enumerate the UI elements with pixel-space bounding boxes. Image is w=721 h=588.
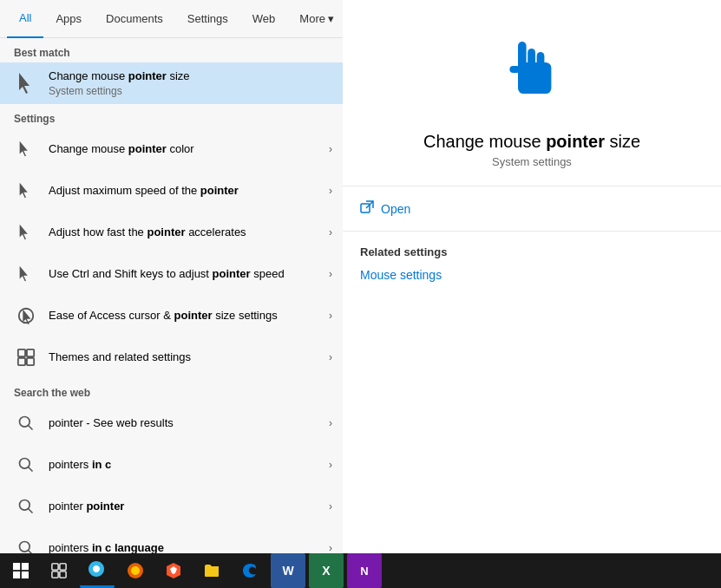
results-list: Best match Change mouse pointer size Sys…: [0, 38, 343, 561]
svg-rect-26: [52, 564, 58, 570]
edge-icon[interactable]: [80, 553, 115, 588]
svg-rect-16: [518, 42, 527, 69]
arrow-web-2: ›: [315, 459, 332, 471]
svg-point-31: [131, 566, 140, 575]
settings-item-1-text: Change mouse pointer color: [42, 142, 315, 157]
search-icon-2: [10, 449, 42, 480]
settings-item-4-title: Use Ctrl and Shift keys to adjust pointe…: [49, 267, 315, 282]
best-match-label: Best match: [0, 38, 343, 62]
cursor-settings-icon-4: [10, 258, 42, 290]
search-icon-3: [10, 491, 42, 522]
task-view-button[interactable]: [42, 553, 76, 588]
web-result-2[interactable]: pointers in c ›: [0, 444, 343, 486]
arrow-icon-3: ›: [315, 226, 332, 238]
web-result-1[interactable]: pointer - See web results ›: [0, 402, 343, 444]
arrow-web-1: ›: [315, 417, 332, 429]
svg-rect-2: [27, 350, 34, 356]
svg-rect-4: [27, 358, 34, 365]
web-result-2-title: pointers in c: [49, 458, 315, 473]
arrow-icon-4: ›: [315, 268, 332, 280]
svg-rect-28: [52, 572, 58, 578]
tab-all[interactable]: All: [7, 0, 43, 38]
tab-apps-label: Apps: [56, 12, 82, 25]
svg-rect-29: [60, 572, 66, 578]
start-button[interactable]: [3, 553, 38, 588]
settings-item-2-title: Adjust maximum speed of the pointer: [49, 184, 315, 199]
settings-item-5[interactable]: Ease of Access cursor & pointer size set…: [0, 295, 343, 336]
settings-section-label: Settings: [0, 104, 343, 128]
tab-web[interactable]: Web: [240, 0, 288, 38]
web-result-3[interactable]: pointer pointer ›: [0, 486, 343, 527]
settings-item-6[interactable]: Themes and related settings ›: [0, 336, 343, 378]
word-icon[interactable]: W: [271, 553, 305, 588]
open-label: Open: [381, 202, 410, 216]
arrow-web-3: ›: [315, 500, 332, 513]
preview-title: Change mouse pointer size: [423, 132, 640, 152]
arrow-icon-1: ›: [315, 143, 332, 155]
arrow-web-4: ›: [315, 542, 332, 554]
web-result-3-title: pointer pointer: [49, 500, 315, 514]
preview-subtitle: System settings: [492, 155, 572, 168]
svg-rect-18: [537, 52, 545, 69]
tab-more[interactable]: More ▾: [287, 0, 343, 38]
ease-access-icon: [10, 300, 42, 331]
cursor-settings-icon-3: [10, 217, 42, 248]
right-panel: Change mouse pointer size System setting…: [343, 0, 721, 588]
search-icon-1: [10, 408, 42, 439]
svg-rect-27: [60, 564, 66, 570]
brave-icon[interactable]: [156, 553, 191, 588]
themes-icon: [10, 342, 42, 373]
svg-line-6: [29, 426, 33, 430]
web-result-1-text: pointer - See web results: [42, 416, 315, 431]
related-settings-section: Related settings Mouse settings: [343, 232, 721, 297]
tab-settings[interactable]: Settings: [175, 0, 240, 38]
arrow-icon-6: ›: [315, 351, 332, 363]
settings-item-1[interactable]: Change mouse pointer color ›: [0, 128, 343, 170]
settings-item-4[interactable]: Use Ctrl and Shift keys to adjust pointe…: [0, 253, 343, 295]
cursor-icon: [10, 68, 42, 99]
tab-documents[interactable]: Documents: [94, 0, 175, 38]
settings-item-3[interactable]: Adjust how fast the pointer accelerates …: [0, 212, 343, 253]
edge-blue-icon[interactable]: [233, 553, 267, 588]
tab-web-label: Web: [252, 12, 276, 25]
mouse-settings-link[interactable]: Mouse settings: [360, 268, 442, 282]
svg-point-11: [20, 542, 30, 552]
svg-line-8: [29, 467, 33, 472]
svg-rect-17: [528, 49, 535, 69]
preview-cursor-icon: [493, 35, 571, 118]
settings-item-4-text: Use Ctrl and Shift keys to adjust pointe…: [42, 267, 315, 282]
best-match-text: Change mouse pointer size System setting…: [42, 69, 332, 97]
arrow-icon-2: ›: [315, 185, 332, 197]
taskbar: W X N: [0, 553, 721, 588]
file-explorer-icon[interactable]: [194, 553, 229, 588]
settings-item-1-title: Change mouse pointer color: [49, 142, 315, 157]
excel-icon[interactable]: X: [309, 553, 344, 588]
best-match-item[interactable]: Change mouse pointer size System setting…: [0, 62, 343, 104]
open-button[interactable]: Open: [343, 186, 721, 232]
svg-rect-1: [18, 350, 25, 356]
web-result-2-text: pointers in c: [42, 458, 315, 473]
search-window: All Apps Documents Settings Web More ▾ F…: [0, 0, 721, 588]
svg-rect-19: [509, 66, 520, 73]
related-settings-title: Related settings: [360, 245, 704, 258]
settings-item-2-text: Adjust maximum speed of the pointer: [42, 184, 315, 199]
tab-more-label: More: [299, 12, 325, 25]
cursor-settings-icon-1: [10, 134, 42, 165]
settings-item-2[interactable]: Adjust maximum speed of the pointer ›: [0, 170, 343, 212]
svg-rect-24: [13, 572, 20, 578]
tab-all-label: All: [19, 11, 31, 24]
settings-item-3-text: Adjust how fast the pointer accelerates: [42, 225, 315, 240]
onenote-icon[interactable]: N: [347, 553, 382, 588]
svg-point-7: [20, 459, 30, 469]
tab-apps[interactable]: Apps: [43, 0, 94, 38]
settings-item-5-text: Ease of Access cursor & pointer size set…: [42, 309, 315, 323]
best-match-title: Change mouse pointer size: [49, 69, 332, 84]
best-match-subtitle: System settings: [49, 85, 332, 97]
firefox-icon[interactable]: [118, 553, 153, 588]
search-web-label: Search the web: [0, 378, 343, 402]
settings-item-5-title: Ease of Access cursor & pointer size set…: [49, 309, 315, 323]
svg-rect-3: [18, 358, 25, 365]
settings-item-6-text: Themes and related settings: [42, 350, 315, 365]
tab-documents-label: Documents: [106, 12, 163, 25]
preview-header: Change mouse pointer size System setting…: [343, 0, 721, 186]
